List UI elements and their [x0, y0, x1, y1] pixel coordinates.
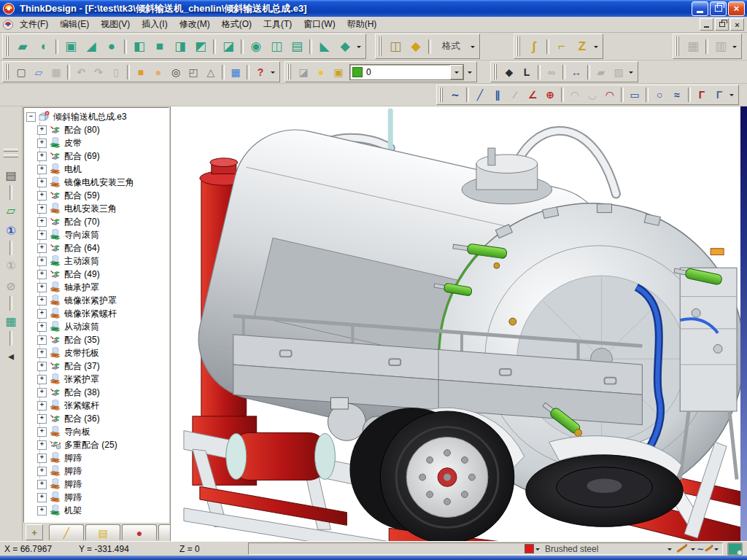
- camera-solid-icon[interactable]: ◩: [191, 37, 210, 56]
- toolbar-grip[interactable]: [439, 88, 444, 102]
- dropdown-arrow-icon[interactable]: [466, 65, 473, 79]
- expand-toggle[interactable]: +: [37, 152, 47, 161]
- expand-toggle[interactable]: +: [37, 414, 47, 424]
- tree-item[interactable]: +镜像张紧螺杆: [26, 307, 169, 320]
- tree-item[interactable]: +导向板: [26, 425, 169, 438]
- freehand-curve-icon[interactable]: ≈: [669, 87, 685, 103]
- toolbar-grip[interactable]: [5, 36, 9, 56]
- menu-帮助h[interactable]: 帮助(H): [341, 17, 383, 32]
- rotational-boss-icon[interactable]: ◖: [34, 37, 53, 56]
- render-tab-icon[interactable]: ●: [122, 524, 157, 540]
- toolbar-grip[interactable]: [516, 36, 521, 56]
- tree-item[interactable]: +脚蹄: [26, 451, 169, 464]
- toolbar-grip[interactable]: [378, 36, 382, 56]
- menu-工具t[interactable]: 工具(T): [258, 17, 298, 32]
- sketch-table-icon[interactable]: ▥: [711, 37, 730, 56]
- arc-start-icon[interactable]: ◠: [567, 87, 583, 103]
- dropdown-arrow-icon[interactable]: [592, 39, 600, 54]
- expand-toggle[interactable]: +: [37, 349, 47, 358]
- toolbar-grip[interactable]: [676, 36, 680, 56]
- format-button[interactable]: 格式: [433, 39, 469, 54]
- expand-toggle[interactable]: +: [37, 139, 47, 148]
- expand-toggle[interactable]: +: [37, 191, 47, 201]
- corner-fillet-icon[interactable]: Γ: [694, 87, 710, 103]
- expand-toggle[interactable]: +: [37, 480, 47, 489]
- expand-toggle[interactable]: +: [37, 427, 47, 437]
- tree-item[interactable]: +脚蹄: [26, 491, 169, 504]
- tree-item[interactable]: +张紧护罩: [26, 373, 169, 386]
- tree-item[interactable]: +脚蹄: [26, 464, 169, 478]
- spline-icon[interactable]: ∼: [447, 87, 463, 103]
- curve-style-icon[interactable]: ∼: [697, 543, 713, 555]
- expand-toggle[interactable]: +: [37, 401, 47, 411]
- tree-item[interactable]: +配合 (38): [26, 386, 169, 399]
- tree-item[interactable]: +多重配合 (25): [26, 438, 169, 451]
- expand-toggle[interactable]: +: [37, 506, 47, 516]
- linear-boss-icon[interactable]: ▰: [13, 37, 32, 56]
- tree-item[interactable]: +配合 (59): [26, 189, 169, 202]
- modify-solid-icon[interactable]: ◆: [336, 37, 355, 56]
- selection-grid-icon[interactable]: ▦: [228, 64, 244, 80]
- shaded-solid-icon[interactable]: ■: [133, 64, 149, 80]
- bend-sketch-icon[interactable]: Z: [573, 37, 592, 56]
- menu-插入i[interactable]: 插入(I): [136, 17, 173, 32]
- light-bulb-icon[interactable]: ●: [313, 64, 329, 80]
- spare-wheel[interactable]: [526, 455, 683, 526]
- dropdown-arrow-icon[interactable]: [355, 39, 363, 54]
- redo-icon[interactable]: ↷: [90, 64, 107, 80]
- tree-item[interactable]: +配合 (35): [26, 333, 169, 346]
- layer-combo[interactable]: 0: [349, 64, 464, 80]
- construction-line-icon[interactable]: ∕: [507, 87, 523, 103]
- expand-toggle[interactable]: +: [37, 230, 47, 240]
- undo-icon[interactable]: ↶: [73, 64, 89, 80]
- tree-item[interactable]: +机架: [26, 504, 169, 517]
- menu-编辑e[interactable]: 编辑(E): [54, 17, 95, 32]
- open-folder-icon[interactable]: ▱: [31, 64, 47, 80]
- layer-combo-arrow-icon[interactable]: [450, 65, 463, 79]
- split-cylinder-icon[interactable]: ◫: [267, 37, 286, 56]
- dropdown-arrow-icon[interactable]: [627, 65, 635, 79]
- config-ref-icon[interactable]: ①: [2, 257, 20, 274]
- tree-item[interactable]: +配合 (80): [26, 123, 169, 136]
- close-button[interactable]: ×: [728, 1, 745, 16]
- tree-root[interactable]: −3倾斜输送机总成.e3: [26, 110, 169, 123]
- color-swatch[interactable]: [525, 544, 534, 553]
- wedge-solid-icon[interactable]: ◢: [82, 37, 101, 56]
- dropdown-arrow-icon[interactable]: [728, 88, 735, 102]
- tree-item[interactable]: +脚蹄: [26, 478, 169, 491]
- expand-toggle[interactable]: +: [37, 322, 47, 332]
- text-note-icon[interactable]: L: [519, 64, 535, 80]
- dropdown-arrow-icon[interactable]: [731, 39, 738, 54]
- menu-修改m[interactable]: 修改(M): [174, 17, 216, 32]
- tree-item[interactable]: +配合 (69): [26, 149, 169, 163]
- corner-chamfer-icon[interactable]: Γ: [711, 87, 727, 103]
- parallel-line-icon[interactable]: ∥: [489, 87, 506, 103]
- save-icon[interactable]: ▦: [48, 64, 64, 80]
- toolbar-grip[interactable]: [493, 64, 498, 79]
- datum-axes-icon[interactable]: +: [26, 524, 43, 540]
- line-icon[interactable]: ╱: [472, 87, 488, 103]
- tree-item[interactable]: +镜像张紧护罩: [26, 294, 169, 307]
- expand-toggle[interactable]: +: [37, 493, 47, 502]
- zoom-lens-icon[interactable]: ◎: [168, 64, 184, 80]
- measure-icon[interactable]: △: [203, 64, 219, 80]
- link-constraint-icon[interactable]: ∞: [543, 64, 560, 80]
- bend-pipe-icon[interactable]: ∫: [525, 37, 543, 56]
- measure-ref-icon[interactable]: ⊘: [2, 277, 20, 295]
- expand-toggle[interactable]: +: [37, 467, 47, 476]
- toolbar-grip[interactable]: [4, 155, 18, 158]
- cylinder-solid-icon[interactable]: ●: [102, 37, 121, 56]
- tree-item[interactable]: +镜像电机安装三角: [26, 176, 169, 189]
- tree-item[interactable]: +电机安装三角: [26, 202, 169, 215]
- part-table-icon[interactable]: ▦: [2, 312, 20, 330]
- expand-toggle[interactable]: +: [37, 283, 47, 292]
- mdi-minimize-button[interactable]: [700, 18, 713, 31]
- subtract-solid-icon[interactable]: ◧: [130, 37, 149, 56]
- expand-toggle[interactable]: −: [26, 112, 36, 122]
- leaf-solid-icon[interactable]: ◣: [315, 37, 334, 56]
- angle-line-icon[interactable]: ∠: [525, 87, 541, 103]
- expand-toggle[interactable]: +: [37, 257, 47, 266]
- expand-toggle[interactable]: +: [37, 388, 47, 397]
- erase-shade-icon[interactable]: ◪: [295, 64, 311, 80]
- bom-table-icon[interactable]: ▦: [684, 37, 703, 56]
